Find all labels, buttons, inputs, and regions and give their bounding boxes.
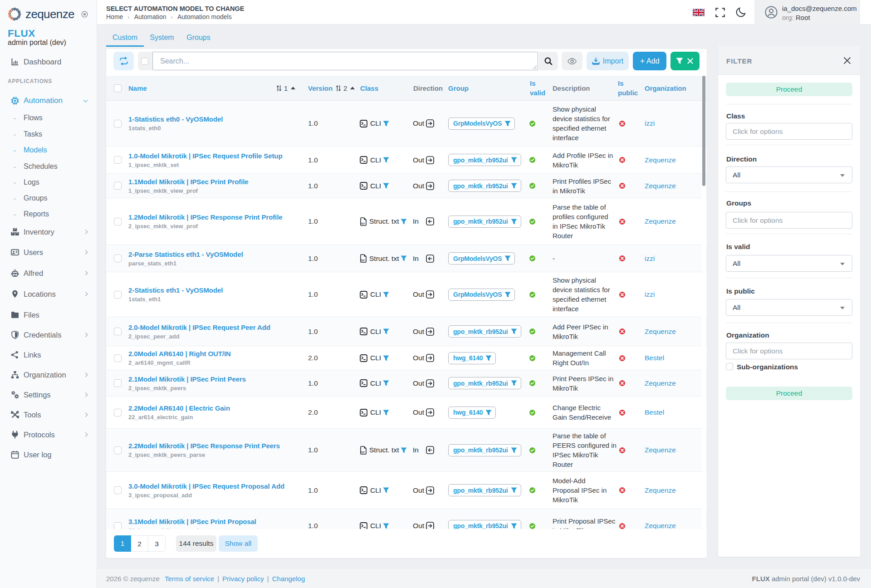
svg-text:TXT: TXT: [360, 259, 365, 262]
svg-text:TXT: TXT: [360, 222, 365, 225]
svg-text:TXT: TXT: [360, 451, 365, 454]
